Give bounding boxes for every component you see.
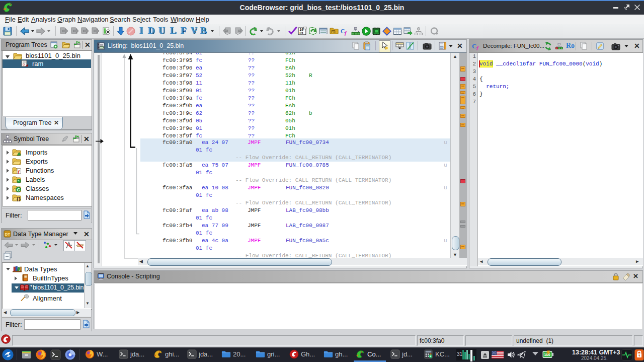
svg-text:C: C [17, 187, 21, 192]
svg-text:f: f [345, 30, 347, 36]
svg-text:{}: {} [17, 196, 21, 201]
svg-text:f: f [476, 45, 479, 50]
svg-text:01: 01 [299, 31, 303, 35]
svg-text:DT: DT [5, 232, 11, 237]
svg-text:DT: DT [332, 30, 336, 33]
svg-text:C: C [341, 28, 345, 35]
svg-text:C: C [472, 42, 476, 50]
